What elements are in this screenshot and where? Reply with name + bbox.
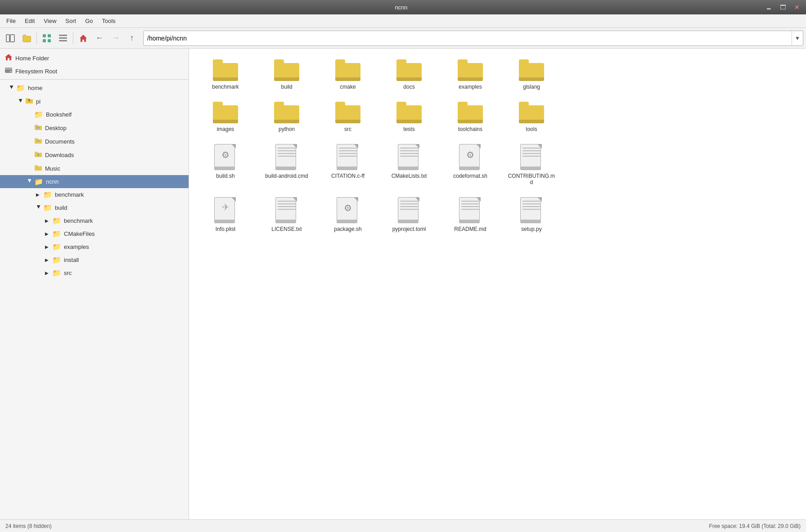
home-folder-icon (5, 54, 13, 63)
toggle-sidebar-button[interactable] (3, 31, 18, 46)
svg-rect-2 (43, 34, 46, 37)
menu-tools[interactable]: Tools (98, 16, 120, 26)
sidebar-item-ncnn[interactable]: ▶ 📁 ncnn (0, 175, 189, 188)
folder-examples[interactable]: examples (441, 56, 500, 94)
folder-label-images: images (217, 126, 234, 132)
file-citation[interactable]: CITATION.c-ff (319, 140, 377, 189)
sidebar-item-pi[interactable]: ▶ pi (0, 95, 189, 108)
file-label-setup-py: setup.py (521, 226, 541, 232)
home-button[interactable] (76, 31, 91, 46)
tree-arrow-build-install: ▶ (45, 257, 50, 262)
svg-rect-3 (48, 34, 51, 37)
file-package-sh[interactable]: ⚙ package.sh (319, 194, 377, 236)
folder-label-build: build (281, 84, 292, 90)
file-label-license: LICENSE.txt (271, 226, 302, 232)
sidebar-item-desktop[interactable]: Desktop (0, 121, 189, 135)
folder-benchmark[interactable]: benchmark (196, 56, 255, 94)
folder-icon-benchmark (213, 59, 238, 81)
folder-icon-ncnn-benchmark: 📁 (43, 190, 52, 199)
menu-sort[interactable]: Sort (61, 16, 81, 26)
folder-src[interactable]: src (319, 98, 377, 136)
folder-docs[interactable]: docs (380, 56, 438, 94)
file-build-sh[interactable]: ⚙ build.sh (196, 140, 255, 189)
menu-edit[interactable]: Edit (20, 16, 39, 26)
sidebar-label-build-examples: examples (64, 243, 89, 250)
folder-glslang[interactable]: glslang (502, 56, 561, 94)
file-contributing[interactable]: CONTRIBUTING.md (502, 140, 561, 189)
folder-toolchains[interactable]: toolchains (441, 98, 500, 136)
folder-icon-tests (396, 102, 422, 123)
file-info-plist[interactable]: ✈ Info.plist (196, 194, 255, 236)
folder-cmake[interactable]: cmake (319, 56, 377, 94)
file-setup-py[interactable]: setup.py (502, 194, 561, 236)
sidebar-item-documents[interactable]: Documents (0, 135, 189, 148)
sidebar-item-build-examples[interactable]: ▶ 📁 examples (0, 240, 189, 253)
close-button[interactable]: ✕ (792, 3, 802, 12)
file-label-cmakelists: CMakeLists.txt (392, 173, 427, 179)
folder-label-tools: tools (526, 126, 537, 132)
file-license[interactable]: LICENSE.txt (257, 194, 316, 236)
sidebar-item-home[interactable]: ▶ 📁 home (0, 81, 189, 95)
file-readme[interactable]: README.md (441, 194, 500, 236)
sidebar-label-downloads: Downloads (45, 152, 74, 158)
sidebar-item-downloads[interactable]: Downloads (0, 148, 189, 162)
folder-images[interactable]: images (196, 98, 255, 136)
tree-arrow-build-examples: ▶ (45, 244, 50, 249)
file-build-android-cmd[interactable]: build-android.cmd (257, 140, 316, 189)
folder-label-tests: tests (403, 126, 414, 132)
file-cmakelists[interactable]: CMakeLists.txt (380, 140, 438, 189)
file-label-readme: README.md (454, 226, 486, 232)
folder-build[interactable]: build (257, 56, 316, 94)
sidebar-item-build-benchmark[interactable]: ▶ 📁 benchmark (0, 214, 189, 227)
address-dropdown-button[interactable]: ▼ (792, 31, 803, 45)
sidebar-item-bookshelf[interactable]: 📁 Bookshelf (0, 108, 189, 121)
sidebar-label-home-folder: Home Folder (15, 55, 49, 62)
minimize-button[interactable]: 🗕 (763, 3, 774, 12)
sidebar: Home Folder Filesystem Root ▶ 📁 home ▶ (0, 49, 189, 519)
svg-rect-4 (43, 39, 46, 42)
folder-tools[interactable]: tools (502, 98, 561, 136)
sidebar-label-pi: pi (36, 98, 41, 105)
folder-label-cmake: cmake (340, 84, 356, 90)
icon-view-button[interactable] (39, 31, 54, 46)
sidebar-item-music[interactable]: ♫ Music (0, 162, 189, 175)
folder-python[interactable]: python (257, 98, 316, 136)
svg-rect-6 (59, 35, 67, 36)
tree-arrow-build-benchmark: ▶ (45, 218, 50, 223)
sidebar-item-filesystem-root[interactable]: Filesystem Root (0, 65, 189, 77)
back-button[interactable]: ← (92, 31, 107, 46)
sidebar-item-ncnn-benchmark[interactable]: ▶ 📁 benchmark (0, 188, 189, 201)
svg-text:♫: ♫ (36, 167, 39, 171)
folder-label-src: src (344, 126, 351, 132)
maximize-button[interactable]: 🗖 (777, 3, 789, 12)
sidebar-item-home-folder[interactable]: Home Folder (0, 51, 189, 65)
sidebar-label-build-benchmark: benchmark (64, 217, 93, 224)
file-pyproject[interactable]: pyproject.toml (380, 194, 438, 236)
sidebar-item-build-src[interactable]: ▶ 📁 src (0, 266, 189, 280)
file-icon-cmakelists (398, 144, 420, 170)
sidebar-item-build-install[interactable]: ▶ 📁 install (0, 253, 189, 266)
sidebar-item-build-cmakefiles[interactable]: ▶ 📁 CMakeFiles (0, 227, 189, 240)
sidebar-item-ncnn-build[interactable]: ▶ 📁 build (0, 201, 189, 214)
new-folder-button[interactable] (19, 31, 34, 46)
folder-icon-src (335, 102, 360, 123)
forward-button[interactable]: → (108, 31, 123, 46)
folder-icon-build-benchmark: 📁 (52, 216, 61, 225)
sidebar-label-desktop: Desktop (45, 125, 67, 131)
menu-view[interactable]: View (39, 16, 61, 26)
folder-icon-build-install: 📁 (52, 256, 61, 264)
menu-bar: File Edit View Sort Go Tools (0, 14, 806, 28)
address-input[interactable] (144, 35, 792, 42)
svg-rect-0 (6, 35, 9, 42)
svg-rect-12 (5, 68, 12, 70)
file-codeformat[interactable]: ⚙ codeformat.sh (441, 140, 500, 189)
status-bar: 24 items (8 hidden) Free space: 19.4 GiB… (0, 519, 806, 532)
tree-arrow-ncnn-build: ▶ (36, 205, 41, 211)
menu-file[interactable]: File (2, 16, 20, 26)
disk-icon (5, 67, 13, 75)
folder-tests[interactable]: tests (380, 98, 438, 136)
up-button[interactable]: ↑ (124, 31, 140, 46)
file-icon-build-android-cmd (275, 144, 298, 170)
menu-go[interactable]: Go (81, 16, 97, 26)
list-view-button[interactable] (55, 31, 71, 46)
